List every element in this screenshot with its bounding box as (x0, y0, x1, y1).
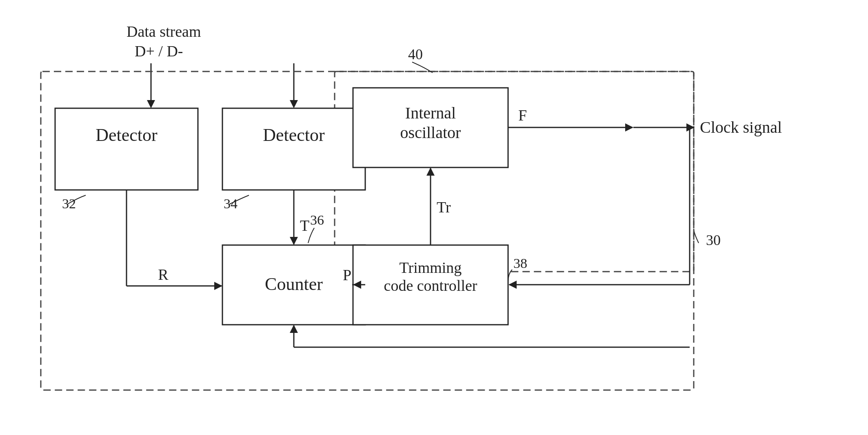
svg-rect-7 (55, 108, 198, 190)
ref-36: 36 (310, 212, 324, 228)
svg-rect-0 (0, 0, 868, 435)
trimming-controller-label2: code controller (384, 277, 477, 294)
ref-40: 40 (408, 46, 423, 62)
ref-30: 30 (706, 232, 721, 248)
counter-label: Counter (265, 274, 323, 294)
d-plus-minus-label: D+ / D- (135, 42, 183, 60)
svg-rect-8 (222, 108, 365, 190)
detector1-label: Detector (95, 125, 158, 145)
internal-oscillator-label2: oscillator (400, 123, 461, 142)
signal-f-label: F (518, 107, 527, 124)
signal-p-label: P (343, 266, 351, 283)
trimming-controller-label: Trimming (400, 259, 462, 276)
internal-oscillator-label: Internal (405, 104, 456, 122)
signal-t-label: T (300, 217, 309, 234)
signal-tr-label: Tr (437, 199, 451, 216)
detector2-label: Detector (263, 125, 325, 145)
signal-r-label: R (158, 266, 169, 283)
ref-38: 38 (513, 256, 527, 271)
diagram-container: Data stream D+ / D- 30 40 Detector 32 De… (0, 0, 868, 435)
clock-signal-label: Clock signal (700, 118, 782, 136)
data-stream-label: Data stream (127, 23, 201, 40)
